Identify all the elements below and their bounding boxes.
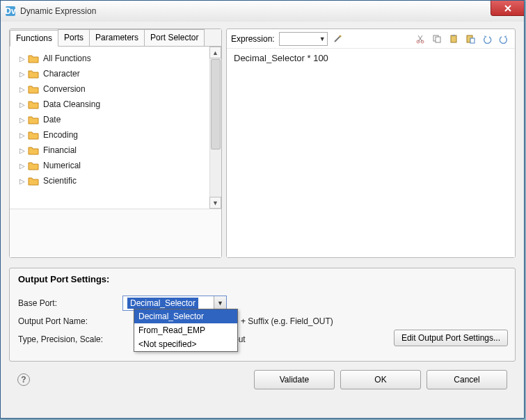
scroll-thumb[interactable] bbox=[211, 59, 221, 150]
edit-output-port-settings-button[interactable]: Edit Output Port Settings... bbox=[394, 330, 508, 346]
svg-point-2 bbox=[339, 35, 341, 37]
tree-item[interactable]: ▷All Functions bbox=[13, 51, 207, 66]
tree-scrollbar[interactable]: ▲ ▼ bbox=[209, 47, 221, 209]
output-port-name-label: Output Port Name: bbox=[18, 316, 122, 326]
functions-tree[interactable]: ▷All Functions ▷Character ▷Conversion ▷D… bbox=[10, 47, 209, 209]
expand-icon[interactable]: ▷ bbox=[19, 147, 26, 154]
scroll-up-icon[interactable]: ▲ bbox=[209, 47, 221, 58]
folder-icon bbox=[28, 176, 39, 186]
svg-rect-7 bbox=[451, 35, 456, 42]
tree-item[interactable]: ▷Conversion bbox=[13, 81, 207, 97]
expand-icon[interactable]: ▷ bbox=[19, 131, 26, 139]
tree-item[interactable]: ▷Data Cleansing bbox=[13, 97, 207, 112]
expand-icon[interactable]: ▷ bbox=[19, 70, 26, 78]
type-precision-scale-label: Type, Precision, Scale: bbox=[18, 334, 122, 344]
expand-icon[interactable]: ▷ bbox=[19, 55, 26, 63]
expand-icon[interactable]: ▷ bbox=[19, 101, 26, 108]
redo-icon[interactable] bbox=[497, 32, 511, 46]
output-port-settings: Output Port Settings: Base Port: Decimal… bbox=[9, 268, 516, 362]
tab-port-selector[interactable]: Port Selector bbox=[144, 29, 205, 46]
expression-label: Expression: bbox=[231, 34, 275, 44]
folder-icon bbox=[28, 99, 39, 109]
tab-functions[interactable]: Functions bbox=[10, 30, 58, 47]
cancel-button[interactable]: Cancel bbox=[427, 370, 507, 389]
dialog-footer: ? Validate OK Cancel bbox=[9, 362, 516, 389]
expand-icon[interactable]: ▷ bbox=[19, 116, 26, 124]
dropdown-option[interactable]: From_Read_EMP bbox=[134, 323, 237, 337]
expand-icon[interactable]: ▷ bbox=[19, 86, 26, 93]
tree-details-pane bbox=[10, 209, 221, 257]
dropdown-option[interactable]: <Not specified> bbox=[134, 337, 237, 351]
dropdown-option[interactable]: Decimal_Selector bbox=[134, 309, 237, 323]
folder-icon bbox=[28, 84, 39, 94]
chevron-down-icon[interactable]: ▼ bbox=[214, 296, 226, 310]
left-panel: Functions Ports Parameters Port Selector… bbox=[9, 29, 222, 258]
undo-icon[interactable] bbox=[480, 32, 494, 46]
settings-heading: Output Port Settings: bbox=[18, 274, 507, 284]
expand-icon[interactable]: ▷ bbox=[19, 162, 26, 170]
app-icon: Dv bbox=[5, 6, 16, 17]
folder-icon bbox=[28, 69, 39, 79]
tree-item[interactable]: ▷Scientific bbox=[13, 173, 207, 188]
close-button[interactable] bbox=[491, 1, 524, 16]
cut-icon[interactable] bbox=[413, 32, 427, 46]
scroll-down-icon[interactable]: ▼ bbox=[209, 197, 221, 209]
svg-rect-8 bbox=[452, 35, 455, 36]
svg-text:Dv: Dv bbox=[5, 6, 16, 16]
tab-ports[interactable]: Ports bbox=[58, 29, 90, 46]
validate-button[interactable]: Validate bbox=[254, 370, 335, 389]
svg-rect-6 bbox=[436, 37, 440, 42]
base-port-label: Base Port: bbox=[18, 298, 122, 308]
help-icon[interactable]: ? bbox=[17, 373, 30, 386]
expression-dropdown[interactable]: ▼ bbox=[279, 32, 328, 46]
folder-icon bbox=[28, 145, 39, 155]
expression-panel: Expression: ▼ Decimal_Selector * 100 bbox=[226, 29, 516, 258]
wand-icon[interactable] bbox=[330, 32, 344, 46]
paste-icon[interactable] bbox=[447, 32, 461, 46]
expression-textarea[interactable]: Decimal_Selector * 100 bbox=[227, 49, 515, 257]
dynamic-expression-dialog: Dv Dynamic Expression Functions Ports Pa… bbox=[0, 0, 525, 419]
titlebar: Dv Dynamic Expression bbox=[1, 1, 524, 22]
expand-icon[interactable]: ▷ bbox=[19, 177, 26, 185]
folder-icon bbox=[28, 161, 39, 170]
tree-item[interactable]: ▷Financial bbox=[13, 143, 207, 158]
output-port-name-value: e + Suffix (e.g. Field_OUT) bbox=[234, 316, 333, 326]
folder-icon bbox=[28, 130, 39, 140]
folder-icon bbox=[28, 115, 39, 124]
chevron-down-icon: ▼ bbox=[319, 35, 326, 42]
svg-rect-10 bbox=[470, 38, 475, 43]
window-title: Dynamic Expression bbox=[20, 6, 96, 16]
copy-icon[interactable] bbox=[430, 32, 444, 46]
folder-icon bbox=[28, 54, 39, 63]
tab-parameters[interactable]: Parameters bbox=[89, 29, 145, 46]
tabstrip: Functions Ports Parameters Port Selector bbox=[10, 29, 221, 47]
base-port-selected: Decimal_Selector bbox=[127, 298, 198, 309]
tree-item[interactable]: ▷Numerical bbox=[13, 158, 207, 173]
tree-item[interactable]: ▷Encoding bbox=[13, 127, 207, 143]
base-port-dropdown-list[interactable]: Decimal_Selector From_Read_EMP <Not spec… bbox=[134, 309, 238, 352]
ok-button[interactable]: OK bbox=[340, 370, 421, 389]
tree-item[interactable]: ▷Character bbox=[13, 66, 207, 81]
expression-toolbar: Expression: ▼ bbox=[227, 29, 515, 49]
paste-special-icon[interactable] bbox=[463, 32, 477, 46]
tree-item[interactable]: ▷Date bbox=[13, 112, 207, 127]
